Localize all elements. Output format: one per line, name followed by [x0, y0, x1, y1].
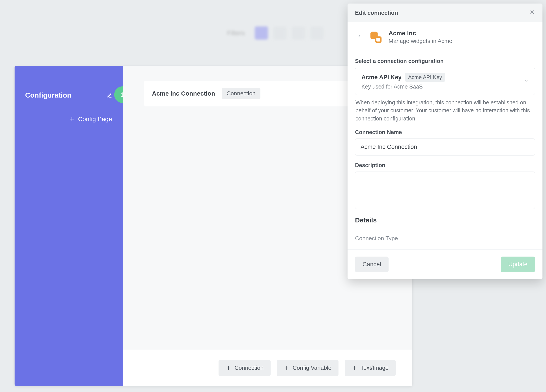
add-config-page-label: Config Page: [78, 116, 112, 123]
button-label: Config Variable: [293, 365, 332, 371]
add-config-page-button[interactable]: Config Page: [25, 116, 112, 123]
org-header: Acme Inc Manage widgets in Acme: [355, 30, 535, 51]
config-option-tag: Acme API Key: [405, 73, 445, 82]
update-button[interactable]: Update: [501, 257, 535, 272]
connection-name-label: Connection Name: [355, 129, 535, 135]
canvas-bottom-actions: Connection Config Variable Text/Image: [123, 350, 412, 386]
add-config-variable-button[interactable]: Config Variable: [277, 360, 338, 376]
chevron-left-icon: [357, 34, 362, 39]
button-label: Connection: [234, 365, 264, 371]
panel-title: Edit connection: [355, 9, 398, 16]
plus-icon: [226, 365, 231, 371]
config-option-title: Acme API Key: [361, 74, 402, 81]
org-logo-icon: [369, 30, 383, 44]
divider: [382, 220, 535, 220]
description-label: Description: [355, 162, 535, 169]
description-input[interactable]: [355, 171, 535, 209]
toolbar-stub-button: [273, 26, 286, 40]
sidebar-title: Configuration: [25, 91, 72, 99]
back-button[interactable]: [357, 34, 364, 40]
plus-icon: [352, 365, 358, 371]
cancel-button[interactable]: Cancel: [355, 257, 389, 272]
edit-connection-panel: Edit connection Acme Inc: [348, 4, 542, 279]
toolbar-stub-text: Filters: [222, 27, 249, 38]
chevron-down-icon: [524, 78, 529, 85]
panel-footer: Cancel Update: [348, 249, 542, 279]
button-label: Text/Image: [361, 365, 389, 371]
add-connection-button[interactable]: Connection: [219, 360, 271, 376]
connection-item-type-chip: Connection: [222, 88, 260, 99]
connection-item-name: Acme Inc Connection: [152, 90, 215, 97]
toolbar-stub-button: [310, 26, 324, 40]
divider: [355, 51, 535, 51]
background-toolbar: Filters: [222, 26, 324, 40]
config-select[interactable]: Acme API Key Acme API Key Key used for A…: [355, 68, 535, 95]
details-heading: Details: [355, 216, 377, 224]
connection-type-label: Connection Type: [355, 235, 535, 242]
add-text-image-button[interactable]: Text/Image: [345, 360, 396, 376]
edit-icon[interactable]: [106, 93, 112, 98]
plus-icon: [69, 116, 75, 122]
org-name: Acme Inc: [389, 30, 452, 37]
connection-name-input[interactable]: [355, 139, 535, 156]
config-help-text: When deploying this integration, this co…: [356, 98, 534, 122]
svg-rect-12: [377, 38, 380, 41]
close-button[interactable]: [529, 9, 535, 17]
select-config-label: Select a connection configuration: [355, 58, 535, 64]
plus-icon: [284, 365, 290, 371]
close-icon: [529, 9, 535, 15]
toolbar-stub-button: [292, 26, 305, 40]
toolbar-stub-button: [255, 26, 268, 40]
config-sidebar: Configuration 1 Config Page: [14, 66, 123, 386]
config-option-subtitle: Key used for Acme SaaS: [361, 83, 445, 90]
org-subtitle: Manage widgets in Acme: [389, 38, 452, 44]
panel-header: Edit connection: [348, 4, 542, 22]
